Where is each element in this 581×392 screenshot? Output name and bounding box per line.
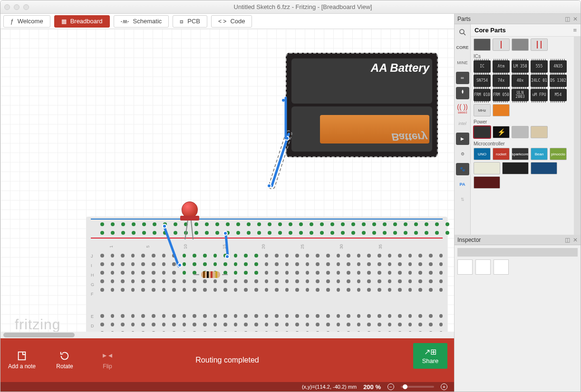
part-ic-chip[interactable]: uM FPU [531, 89, 548, 101]
part-ic-chip[interactable]: FRM 010 [474, 89, 491, 101]
part-power-plug[interactable]: ⚡ [493, 126, 510, 138]
wire-endpoint[interactable] [177, 263, 182, 268]
part-micro[interactable]: pinoccio [550, 148, 567, 160]
part-ic-chip[interactable]: DS 1302 [550, 75, 567, 87]
bin-parallax-icon[interactable] [456, 87, 469, 99]
wire-endpoint[interactable] [162, 224, 167, 229]
battery-neg-terminal[interactable] [286, 83, 287, 86]
fritzing-logo-icon: ƒ [10, 18, 14, 25]
rotate-button[interactable]: Rotate [43, 351, 86, 370]
panel-close-icon[interactable]: ✕ [573, 237, 578, 243]
part-ic-chip[interactable]: LM 358 [512, 60, 529, 73]
part-ic-chip[interactable]: FRM 050 [493, 89, 510, 101]
share-button[interactable]: ↗⊞ Share [413, 343, 447, 369]
part-thumb[interactable] [493, 104, 510, 116]
part-thumb[interactable] [474, 162, 500, 174]
inspector-view-breadboard[interactable] [457, 259, 473, 275]
inspector-panel-header[interactable]: Inspector ◫✕ [455, 235, 581, 245]
part-thumb[interactable]: MHz [474, 104, 491, 116]
part-ic-chip[interactable]: 74x [493, 75, 510, 87]
tab-welcome[interactable]: ƒ Welcome [3, 15, 50, 28]
parts-panel-header[interactable]: Parts ◫✕ [455, 14, 581, 24]
core-parts-label: Core Parts [474, 27, 506, 34]
add-note-button[interactable]: Add a note [0, 351, 43, 370]
part-micro[interactable]: rocket [493, 148, 510, 160]
part-ic-chip[interactable]: Atm [493, 60, 510, 73]
part-thumb[interactable] [474, 38, 491, 51]
code-icon: < > [218, 18, 226, 25]
part-ic-chip[interactable]: ULN 2003 [512, 89, 529, 101]
tab-breadboard[interactable]: ▦ Breadboard [54, 15, 110, 28]
part-micro[interactable]: Bean [531, 148, 548, 160]
part-ic-chip[interactable]: M54 [550, 89, 567, 101]
flip-button[interactable]: ▸ ◂ Flip [86, 351, 129, 370]
part-battery-holder[interactable] [474, 126, 491, 138]
traffic-max[interactable] [23, 4, 29, 10]
part-thumb[interactable] [531, 38, 548, 51]
part-thumb[interactable] [493, 38, 510, 51]
led-part[interactable] [180, 201, 199, 225]
part-breadboard-ps[interactable] [531, 126, 548, 138]
bin-seeed-icon[interactable]: (( ))seeed [456, 102, 469, 115]
part-ic-chip[interactable]: 555 [531, 60, 548, 73]
bin-bear-icon[interactable]: 🐾 [456, 163, 469, 175]
parts-scrollbar[interactable] [574, 37, 581, 235]
bin-gear-icon[interactable]: ⚙ [456, 148, 469, 160]
panel-close-icon[interactable]: ✕ [573, 16, 578, 22]
part-coin-cell[interactable] [512, 126, 529, 138]
horizontal-scrollbar[interactable] [0, 332, 454, 338]
flip-label: Flip [103, 363, 112, 370]
resistor-part[interactable] [196, 271, 225, 278]
bin-pa-icon[interactable]: PA [456, 178, 469, 191]
bin-core[interactable]: CORE [456, 41, 469, 54]
bin-play-icon[interactable]: ▶ [456, 133, 469, 145]
breadboard-part[interactable]: 15101520253035 JIHGF EDCB [86, 217, 447, 338]
battery-holder-part[interactable]: AA Battery Battery [286, 53, 438, 157]
tab-pcb-label: PCB [187, 18, 200, 25]
battery-label-flipped: Battery [391, 131, 427, 143]
bin-mine[interactable]: MINE [456, 57, 469, 69]
part-thumb[interactable] [531, 162, 557, 174]
wire-segment[interactable] [285, 97, 287, 140]
parts-bin-title: Core Parts ≡ [471, 24, 581, 37]
svg-point-1 [460, 29, 464, 34]
panel-undock-icon[interactable]: ◫ [565, 237, 570, 243]
panel-undock-icon[interactable]: ◫ [565, 16, 570, 22]
traffic-min[interactable] [14, 4, 19, 10]
zoom-slider[interactable] [401, 386, 434, 388]
tab-schematic[interactable]: -ʍ- Schematic [114, 15, 169, 28]
parts-bin-menu-icon[interactable]: ≡ [573, 27, 577, 34]
bin-intel-icon[interactable]: intel [456, 117, 469, 130]
part-ic-chip[interactable]: 40x [512, 75, 529, 87]
wire-endpoint[interactable] [267, 183, 271, 188]
part-thumb[interactable] [474, 176, 500, 189]
tab-code-label: Code [230, 18, 245, 25]
part-ic-chip[interactable]: 24LC 01 [531, 75, 548, 87]
part-micro[interactable]: sparkcore [512, 148, 529, 160]
part-ic-chip[interactable]: 4N35 [550, 60, 567, 73]
inspector-view-pcb[interactable] [494, 259, 509, 275]
inspector-title-field[interactable] [457, 248, 578, 257]
inspector-view-schematic[interactable] [475, 259, 491, 275]
part-micro[interactable]: UNO [474, 148, 491, 160]
wire-endpoint[interactable] [223, 231, 228, 236]
wire-endpoint[interactable] [225, 254, 230, 259]
bin-updown-icon[interactable]: ⇅ [456, 193, 469, 206]
bin-arduino-icon[interactable]: ∞ [456, 72, 469, 84]
inspector-panel-title: Inspector [457, 237, 481, 243]
part-thumb[interactable] [502, 162, 529, 174]
breadboard-tie-points-top [100, 254, 443, 296]
canvas[interactable]: 15101520253035 JIHGF EDCB AA Battery B [0, 29, 454, 338]
tab-schematic-label: Schematic [133, 18, 162, 25]
zoom-out-button[interactable]: − [387, 383, 394, 390]
tab-pcb[interactable]: ⧈ PCB [173, 15, 207, 28]
zoom-in-button[interactable]: + [441, 383, 447, 390]
parts-list[interactable]: ICs ICAtmLM 3585554N35SN75474x40x24LC 01… [471, 37, 574, 235]
schematic-icon: -ʍ- [121, 18, 129, 25]
part-ic-chip[interactable]: SN754 [474, 75, 491, 87]
tab-code[interactable]: < > Code [211, 15, 252, 28]
traffic-close[interactable] [4, 4, 10, 10]
bin-search-icon[interactable] [456, 26, 469, 38]
part-thumb[interactable] [512, 38, 529, 51]
part-ic-chip[interactable]: IC [474, 60, 491, 73]
